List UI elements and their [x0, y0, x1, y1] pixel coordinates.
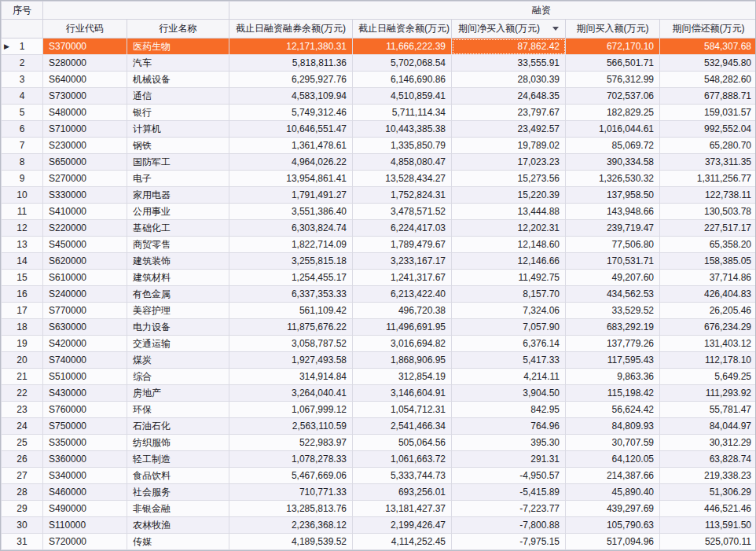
cell-net-buy[interactable]: 6,376.14 [452, 336, 566, 352]
cell-name[interactable]: 国防军工 [127, 154, 229, 171]
cell-code[interactable]: S220000 [43, 220, 127, 237]
cell-code[interactable]: S770000 [43, 303, 127, 319]
cell-repay[interactable]: 130,503.78 [660, 204, 756, 220]
cell-net-buy[interactable]: 15,273.56 [452, 171, 566, 187]
cell-code[interactable]: S630000 [43, 319, 127, 336]
cell-buy[interactable]: 702,537.06 [566, 88, 660, 105]
cell-margin-total[interactable]: 1,361,478.61 [229, 138, 353, 154]
cell-buy[interactable]: 439,297.69 [566, 501, 660, 517]
cell-margin-total[interactable]: 3,058,787.52 [229, 336, 353, 352]
cell-code[interactable]: S230000 [43, 138, 127, 154]
cell-repay[interactable]: 84,044.97 [660, 418, 756, 435]
cell-seq[interactable]: 8 [2, 154, 43, 171]
cell-margin-total[interactable]: 1,067,999.12 [229, 402, 353, 418]
cell-margin-total[interactable]: 1,254,455.17 [229, 270, 353, 286]
cell-seq[interactable]: 21 [2, 369, 43, 385]
cell-financing-balance[interactable]: 3,146,604.91 [353, 385, 452, 402]
cell-code[interactable]: S280000 [43, 55, 127, 72]
cell-code[interactable]: S620000 [43, 253, 127, 270]
cell-code[interactable]: S270000 [43, 171, 127, 187]
cell-repay[interactable]: 532,945.80 [660, 55, 756, 72]
cell-seq[interactable]: 10 [2, 187, 43, 204]
cell-name[interactable]: 商贸零售 [127, 237, 229, 253]
table-row[interactable]: 17S770000美容护理561,109.42496,720.387,324.0… [2, 303, 756, 319]
cell-seq[interactable]: 24 [2, 418, 43, 435]
cell-financing-balance[interactable]: 6,224,417.03 [353, 220, 452, 237]
cell-financing-balance[interactable]: 1,054,712.31 [353, 402, 452, 418]
cell-buy[interactable]: 77,506.80 [566, 237, 660, 253]
table-row[interactable]: 5S480000银行5,749,312.465,711,114.3423,797… [2, 105, 756, 121]
table-row[interactable]: 12S220000基础化工6,303,824.746,224,417.0312,… [2, 220, 756, 237]
cell-seq[interactable]: ▶1 [2, 39, 43, 55]
cell-name[interactable]: 农林牧渔 [127, 517, 229, 534]
table-row[interactable]: 15S610000建筑材料1,254,455.171,241,317.6711,… [2, 270, 756, 286]
cell-margin-total[interactable]: 10,646,551.47 [229, 121, 353, 138]
cell-seq[interactable]: 22 [2, 385, 43, 402]
cell-buy[interactable]: 214,387.66 [566, 468, 660, 484]
column-header-net-buy[interactable]: 期间净买入额(万元) [452, 20, 566, 39]
cell-repay[interactable]: 122,738.11 [660, 187, 756, 204]
table-row[interactable]: 25S350000纺织服饰522,983.97505,064.56395.303… [2, 435, 756, 451]
cell-name[interactable]: 银行 [127, 105, 229, 121]
cell-margin-total[interactable]: 5,818,811.36 [229, 55, 353, 72]
cell-seq[interactable]: 6 [2, 121, 43, 138]
cell-name[interactable]: 电力设备 [127, 319, 229, 336]
cell-code[interactable]: S730000 [43, 88, 127, 105]
cell-name[interactable]: 有色金属 [127, 286, 229, 303]
cell-financing-balance[interactable]: 10,443,385.38 [353, 121, 452, 138]
cell-name[interactable]: 通信 [127, 88, 229, 105]
cell-seq[interactable]: 16 [2, 286, 43, 303]
cell-net-buy[interactable]: 12,146.66 [452, 253, 566, 270]
cell-repay[interactable]: 112,178.10 [660, 352, 756, 369]
cell-seq[interactable]: 27 [2, 468, 43, 484]
cell-margin-total[interactable]: 2,236,368.12 [229, 517, 353, 534]
cell-repay[interactable]: 51,306.29 [660, 484, 756, 501]
cell-margin-total[interactable]: 13,954,861.41 [229, 171, 353, 187]
cell-seq[interactable]: 23 [2, 402, 43, 418]
cell-buy[interactable]: 137,958.50 [566, 187, 660, 204]
cell-repay[interactable]: 37,714.86 [660, 270, 756, 286]
cell-repay[interactable]: 159,031.57 [660, 105, 756, 121]
cell-seq[interactable]: 29 [2, 501, 43, 517]
column-header-repay[interactable]: 期间偿还额(万元) [660, 20, 756, 39]
cell-financing-balance[interactable]: 693,256.01 [353, 484, 452, 501]
cell-repay[interactable]: 55,781.47 [660, 402, 756, 418]
cell-name[interactable]: 计算机 [127, 121, 229, 138]
cell-buy[interactable]: 84,809.93 [566, 418, 660, 435]
cell-name[interactable]: 食品饮料 [127, 468, 229, 484]
cell-code[interactable]: S350000 [43, 435, 127, 451]
cell-buy[interactable]: 434,562.53 [566, 286, 660, 303]
cell-margin-total[interactable]: 13,285,813.76 [229, 501, 353, 517]
cell-name[interactable]: 建筑装饰 [127, 253, 229, 270]
cell-seq[interactable]: 20 [2, 352, 43, 369]
cell-seq[interactable]: 15 [2, 270, 43, 286]
cell-margin-total[interactable]: 4,583,109.94 [229, 88, 353, 105]
cell-repay[interactable]: 373,311.35 [660, 154, 756, 171]
cell-margin-total[interactable]: 5,749,312.46 [229, 105, 353, 121]
cell-net-buy[interactable]: -7,975.15 [452, 534, 566, 550]
cell-buy[interactable]: 566,501.71 [566, 55, 660, 72]
cell-margin-total[interactable]: 11,875,676.22 [229, 319, 353, 336]
cell-seq[interactable]: 3 [2, 72, 43, 88]
cell-net-buy[interactable]: -7,223.77 [452, 501, 566, 517]
table-row[interactable]: 23S760000环保1,067,999.121,054,712.31842.9… [2, 402, 756, 418]
cell-margin-total[interactable]: 2,563,110.59 [229, 418, 353, 435]
cell-name[interactable]: 社会服务 [127, 484, 229, 501]
cell-repay[interactable]: 63,828.74 [660, 451, 756, 468]
cell-financing-balance[interactable]: 505,064.56 [353, 435, 452, 451]
cell-financing-balance[interactable]: 1,789,479.67 [353, 237, 452, 253]
cell-code[interactable]: S650000 [43, 154, 127, 171]
cell-repay[interactable]: 219,338.23 [660, 468, 756, 484]
cell-margin-total[interactable]: 1,927,493.58 [229, 352, 353, 369]
cell-buy[interactable]: 143,948.66 [566, 204, 660, 220]
cell-code[interactable]: S740000 [43, 352, 127, 369]
cell-financing-balance[interactable]: 1,868,906.95 [353, 352, 452, 369]
cell-net-buy[interactable]: 17,023.23 [452, 154, 566, 171]
cell-net-buy[interactable]: -5,415.89 [452, 484, 566, 501]
cell-repay[interactable]: 584,307.68 [660, 39, 756, 55]
cell-code[interactable]: S610000 [43, 270, 127, 286]
cell-seq[interactable]: 12 [2, 220, 43, 237]
cell-code[interactable]: S360000 [43, 451, 127, 468]
cell-net-buy[interactable]: 23,492.57 [452, 121, 566, 138]
cell-margin-total[interactable]: 12,171,380.31 [229, 39, 353, 55]
